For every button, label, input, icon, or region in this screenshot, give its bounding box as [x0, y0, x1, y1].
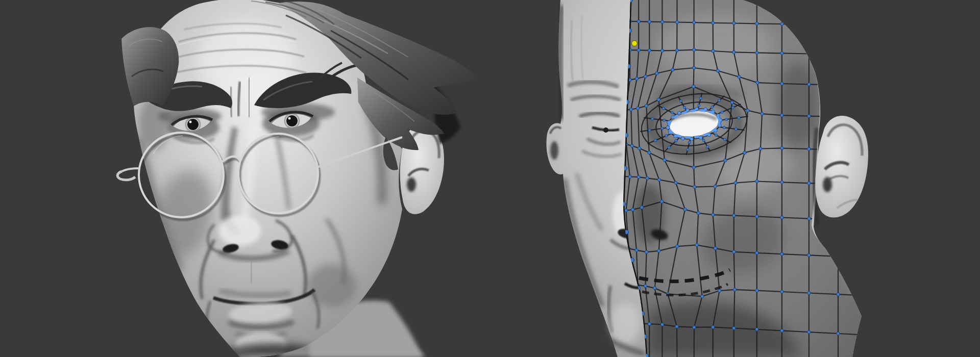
left-eye-pupil [187, 119, 199, 130]
viewport[interactable] [0, 0, 980, 357]
right-eye-pupil [286, 115, 298, 126]
plain-eye-pupil [603, 128, 608, 133]
ear-canal [407, 177, 416, 192]
viewport-canvas[interactable] [0, 0, 980, 357]
selected-vertex[interactable] [632, 41, 638, 46]
